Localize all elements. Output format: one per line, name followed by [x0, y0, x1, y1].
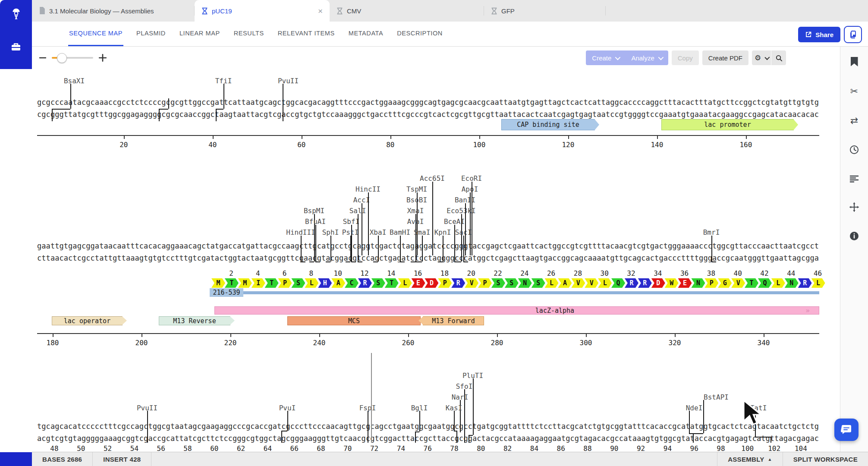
enzyme-label-BsoBI[interactable]: BsoBI [406, 196, 427, 204]
create-pdf-button[interactable]: Create PDF [702, 50, 748, 65]
annotation-lac-operator[interactable]: lac operator [52, 316, 123, 325]
zoom-slider[interactable] [52, 57, 93, 59]
enzyme-label-AccI[interactable]: AccI [353, 196, 370, 204]
enzyme-label-NarI[interactable]: NarI [452, 393, 469, 401]
history-clock-icon[interactable] [849, 144, 860, 155]
zoom-in-icon[interactable] [98, 54, 107, 62]
enzyme-label-BglI[interactable]: BglI [411, 404, 428, 412]
subtab-plasmid[interactable]: PLASMID [135, 22, 167, 46]
duplicate-document-button[interactable] [844, 26, 862, 43]
aa-residue-T14[interactable]: T [385, 278, 399, 288]
dna-bottom-strand-row3[interactable]: acgtcgtgtagggggaaagcggtcgaccgcattatcgctt… [37, 434, 819, 443]
dna-bottom-strand-row1[interactable]: cgcgggttatgcgtttggcggagaggggcgcgcaaccggc… [37, 110, 819, 119]
aa-residue-E16[interactable]: E [412, 278, 425, 288]
aa-residue-C11[interactable]: C [345, 278, 359, 288]
enzyme-label-SalI[interactable]: SalI [349, 207, 366, 215]
enzyme-label-KasI[interactable]: KasI [446, 404, 462, 412]
sequence-map-canvas[interactable]: gcgcccaatacgcaaaccgcctctccccgcgcgttggccg… [0, 69, 840, 452]
enzyme-label-FspI[interactable]: FspI [359, 404, 376, 412]
aa-residue-N37[interactable]: N [691, 278, 705, 288]
aa-residue-P18[interactable]: P [438, 278, 452, 288]
enzyme-label-SfoI[interactable]: SfoI [456, 382, 473, 390]
enzyme-label-HindIII[interactable]: HindIII [286, 228, 315, 236]
enzyme-label-PvuII[interactable]: PvuII [137, 404, 157, 412]
orf-range-label[interactable]: 216-539 [210, 288, 243, 297]
dna-bottom-strand-row2[interactable]: cttaacactcgcctattgttaaagtgtgtcctttgtcgat… [37, 254, 819, 262]
enzyme-label-SmaI[interactable]: SmaI [414, 228, 431, 236]
aa-residue-P21[interactable]: P [478, 278, 492, 288]
aa-residue-N44[interactable]: N [785, 278, 799, 288]
aa-residue-N24[interactable]: N [518, 278, 532, 288]
aa-residue-G39[interactable]: G [718, 278, 732, 288]
aa-residue-M3[interactable]: M [238, 278, 252, 288]
aa-residue-R19[interactable]: R [451, 278, 465, 288]
dna-top-strand-row3[interactable]: tgcagcacatccccctttcgccagctggcgtaatagcgaa… [37, 422, 819, 431]
aa-residue-P38[interactable]: P [704, 278, 718, 288]
aa-residue-L30[interactable]: L [598, 278, 612, 288]
aa-residue-D34[interactable]: D [651, 278, 665, 288]
enzyme-label-BamHI[interactable]: BamHI [390, 228, 410, 236]
aa-residue-L46[interactable]: L [811, 278, 825, 288]
find-in-sequence-button[interactable] [771, 50, 786, 65]
annotation-m13-reverse[interactable]: M13 Reverse [159, 316, 230, 325]
benchling-logo-icon[interactable] [9, 7, 22, 20]
enzyme-label-HincII[interactable]: HincII [355, 185, 381, 193]
enzyme-label-BspMI[interactable]: BspMI [304, 207, 324, 215]
enzyme-label-XbaI[interactable]: XbaI [370, 228, 387, 236]
aa-residue-L26[interactable]: L [545, 278, 559, 288]
assembly-toggle[interactable]: ASSEMBLY▲ [717, 452, 783, 466]
bookmark-icon[interactable] [849, 56, 860, 67]
aa-residue-S7[interactable]: S [291, 278, 305, 288]
annotation-cap-binding-site[interactable]: CAP binding site [501, 119, 595, 130]
help-chat-button[interactable] [834, 419, 859, 441]
enzyme-label-Acc65I[interactable]: Acc65I [420, 174, 445, 183]
aa-residue-A27[interactable]: A [558, 278, 572, 288]
aa-residue-S25[interactable]: S [531, 278, 545, 288]
subtab-linear-map[interactable]: LINEAR MAP [179, 22, 221, 46]
tab-close-icon[interactable]: × [318, 7, 323, 15]
enzyme-label-BsaXI[interactable]: BsaXI [64, 77, 85, 85]
enzyme-label-EcoRI[interactable]: EcoRI [461, 174, 482, 183]
subtab-relevant-items[interactable]: RELEVANT ITEMS [277, 22, 336, 46]
aa-residue-V28[interactable]: V [571, 278, 585, 288]
annotation-laczalpha-bar[interactable] [214, 306, 819, 315]
enzyme-label-ApoI[interactable]: ApoI [462, 185, 478, 193]
aa-residue-S13[interactable]: S [371, 278, 385, 288]
aa-residue-V29[interactable]: V [585, 278, 598, 288]
enzyme-label-AvaI[interactable]: AvaI [407, 217, 424, 226]
share-button[interactable]: Share [798, 27, 840, 42]
enzyme-label-PvuII[interactable]: PvuII [278, 77, 299, 85]
annotation-mcs[interactable]: MCS [287, 316, 421, 325]
enzyme-label-SbfI[interactable]: SbfI [343, 217, 360, 226]
alignments-icon[interactable] [849, 173, 860, 184]
dna-top-strand-row1[interactable]: gcgcccaatacgcaaaccgcctctccccgcgcgttggccg… [37, 98, 819, 107]
tab-molecular-biology[interactable]: 3.1 Molecular Biology — Assemblies [32, 0, 195, 22]
aa-residue-I4[interactable]: I [252, 278, 265, 288]
aa-residue-S23[interactable]: S [505, 278, 519, 288]
aa-residue-H9[interactable]: H [318, 278, 332, 288]
enzyme-label-PvuI[interactable]: PvuI [279, 404, 296, 412]
enzyme-label-PluTI[interactable]: PluTI [462, 372, 483, 380]
subtab-sequence-map[interactable]: SEQUENCE MAP [68, 22, 123, 46]
aa-residue-V20[interactable]: V [465, 278, 478, 288]
enzyme-label-TfiI[interactable]: TfiI [215, 77, 232, 85]
aa-residue-V40[interactable]: V [731, 278, 745, 288]
aa-residue-R33[interactable]: R [638, 278, 652, 288]
aa-residue-R32[interactable]: R [625, 278, 638, 288]
aa-residue-T41[interactable]: T [745, 278, 758, 288]
digest-scissors-icon[interactable]: ✂ [849, 85, 860, 97]
settings-gear-button[interactable]: ⚙ [752, 50, 771, 65]
aa-residue-Q31[interactable]: Q [611, 278, 625, 288]
aa-residue-L15[interactable]: L [398, 278, 412, 288]
tab-gfp[interactable]: GFP [484, 0, 606, 22]
aa-residue-E36[interactable]: E [678, 278, 692, 288]
aa-residue-L43[interactable]: L [771, 278, 785, 288]
annotation-lac-promoter[interactable]: lac promoter [661, 119, 794, 130]
aa-residue-P6[interactable]: P [278, 278, 292, 288]
enzyme-label-KpnI[interactable]: KpnI [434, 228, 451, 236]
create-button[interactable]: Create [586, 50, 625, 65]
aa-residue-R12[interactable]: R [358, 278, 372, 288]
zoom-out-icon[interactable] [39, 54, 47, 62]
pan-move-icon[interactable] [849, 202, 860, 213]
enzyme-label-NdeI[interactable]: NdeI [686, 404, 703, 412]
